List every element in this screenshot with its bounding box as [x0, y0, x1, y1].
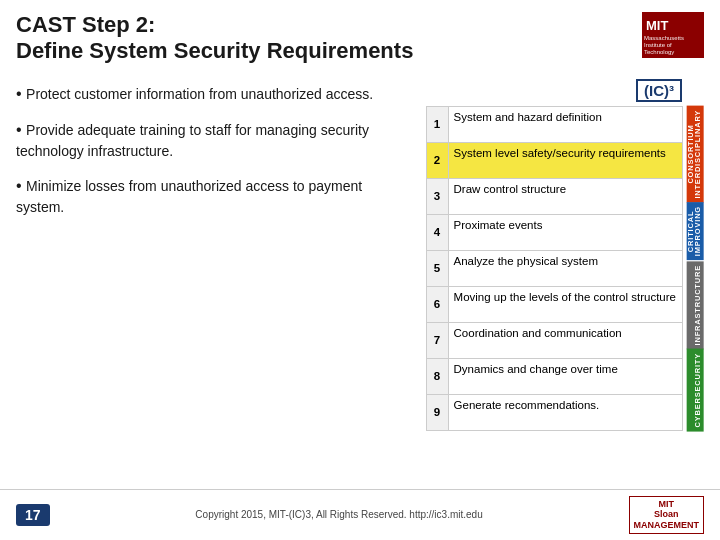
table-row: 3Draw control structure	[426, 178, 683, 214]
sidebar-block-3: INFRASTRUCTURE	[687, 261, 704, 349]
steps-table: 1System and hazard definition2System lev…	[426, 106, 684, 432]
page-title: CAST Step 2: Define System Security Requ…	[16, 12, 413, 65]
ic3-label: (IC)³	[636, 79, 682, 102]
step-text: Moving up the levels of the control stru…	[448, 287, 683, 323]
page: CAST Step 2: Define System Security Requ…	[0, 0, 720, 540]
step-text: System and hazard definition	[448, 106, 683, 142]
svg-text:Technology: Technology	[644, 49, 674, 55]
table-row: 7Coordination and communication	[426, 323, 683, 359]
svg-text:Massachusetts: Massachusetts	[644, 35, 684, 41]
step-number: 6	[426, 287, 448, 323]
step-number: 8	[426, 359, 448, 395]
page-number: 17	[16, 504, 50, 526]
step-number: 3	[426, 178, 448, 214]
table-row: 9Generate recommendations.	[426, 395, 683, 431]
table-row: 1System and hazard definition	[426, 106, 683, 142]
sidebar-block-1: INTERDISCIPLINARY CONSORTIUM	[687, 106, 704, 203]
table-row: 5Analyze the physical system	[426, 251, 683, 287]
title-line2: Define System Security Requirements	[16, 38, 413, 64]
step-text: Generate recommendations.	[448, 395, 683, 431]
header: CAST Step 2: Define System Security Requ…	[0, 0, 720, 71]
step-number: 4	[426, 214, 448, 250]
copyright-text: Copyright 2015, MIT-(IC)3, All Rights Re…	[50, 509, 629, 520]
table-row: 6Moving up the levels of the control str…	[426, 287, 683, 323]
step-text: System level safety/security requirement…	[448, 142, 683, 178]
step-text: Dynamics and change over time	[448, 359, 683, 395]
step-number: 1	[426, 106, 448, 142]
left-panel: Protect customer information from unauth…	[16, 79, 414, 489]
table-wrapper: 1System and hazard definition2System lev…	[426, 106, 704, 432]
step-text: Analyze the physical system	[448, 251, 683, 287]
sidebar-block-4: CYBERSECURITY	[687, 349, 704, 432]
table-row: 2System level safety/security requiremen…	[426, 142, 683, 178]
bullet-1: Protect customer information from unauth…	[16, 83, 414, 105]
bullet-3: Minimize losses from unauthorized access…	[16, 175, 414, 217]
mit-logo: MIT Massachusetts Institute of Technolog…	[642, 12, 704, 58]
ic3-label-area: (IC)³	[426, 79, 704, 102]
right-side-panel: INTERDISCIPLINARY CONSORTIUM IMPROVING C…	[687, 106, 704, 432]
step-number: 9	[426, 395, 448, 431]
main-content: Protect customer information from unauth…	[0, 71, 720, 489]
step-number: 7	[426, 323, 448, 359]
title-line1: CAST Step 2:	[16, 12, 413, 38]
sidebar-block-2: IMPROVING CRITICAL	[687, 202, 704, 260]
step-text: Proximate events	[448, 214, 683, 250]
step-number: 2	[426, 142, 448, 178]
svg-text:MIT: MIT	[646, 18, 668, 33]
bullet-2: Provide adequate training to staff for m…	[16, 119, 414, 161]
header-logos: MIT Massachusetts Institute of Technolog…	[642, 12, 704, 58]
table-row: 4Proximate events	[426, 214, 683, 250]
step-number: 5	[426, 251, 448, 287]
step-text: Coordination and communication	[448, 323, 683, 359]
svg-text:Institute of: Institute of	[644, 42, 672, 48]
step-text: Draw control structure	[448, 178, 683, 214]
table-row: 8Dynamics and change over time	[426, 359, 683, 395]
footer: 17 Copyright 2015, MIT-(IC)3, All Rights…	[0, 489, 720, 540]
mit-sloan-logo: MITSloanMANAGEMENT	[629, 496, 705, 534]
right-area: (IC)³ 1System and hazard definition2Syst…	[426, 79, 704, 489]
